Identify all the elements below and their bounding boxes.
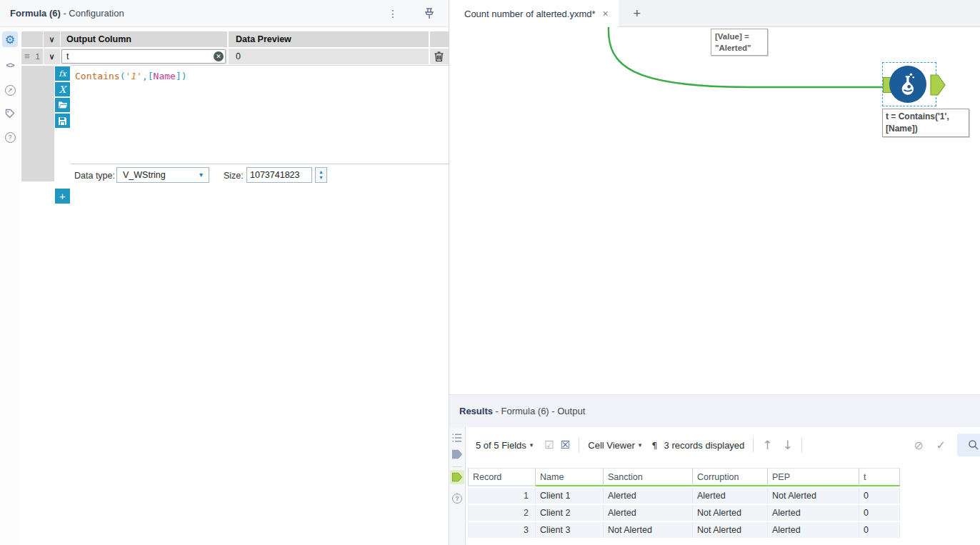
- row-expand-chevron[interactable]: ∨: [44, 49, 60, 64]
- functions-button[interactable]: fx: [55, 66, 70, 81]
- results-table: Record Name Sanction Corruption PEP t 1 …: [468, 468, 900, 538]
- cell-viewer-dropdown[interactable]: Cell Viewer ▾: [588, 440, 641, 451]
- down-arrow-icon[interactable]: ↓: [783, 438, 793, 452]
- apply-check-icon[interactable]: ✓: [936, 439, 946, 452]
- cell-name[interactable]: Client 3: [536, 522, 604, 538]
- select-all-checkbox-icon[interactable]: ☑: [544, 439, 554, 451]
- search-button[interactable]: [957, 434, 980, 456]
- table-row[interactable]: 2 Client 2 Alerted Not Alerted Alerted 0: [468, 504, 900, 521]
- variables-icon: X: [59, 84, 66, 95]
- column-header[interactable]: Name: [536, 468, 604, 486]
- token-string: '1': [125, 71, 141, 81]
- help-icon: ?: [452, 494, 462, 504]
- cell-record[interactable]: 2: [468, 505, 536, 521]
- rail-help-tab[interactable]: ?: [2, 129, 18, 145]
- save-expression-button[interactable]: [55, 114, 70, 128]
- results-help-button[interactable]: ?: [450, 491, 464, 506]
- new-tab-button[interactable]: +: [619, 0, 656, 27]
- panel-title-suffix: - Configuration: [61, 8, 124, 19]
- table-row[interactable]: 3 Client 3 Not Alerted Not Alerted Alert…: [468, 521, 900, 538]
- kebab-menu-icon[interactable]: ⋮: [386, 0, 400, 27]
- filter-annotation-box[interactable]: [Value] = "Alerted": [711, 29, 768, 56]
- input-connection-button[interactable]: [450, 447, 464, 461]
- size-input[interactable]: [246, 167, 312, 183]
- cell-corruption[interactable]: Not Alerted: [693, 505, 768, 521]
- deselect-all-checkbox-icon[interactable]: ☒: [561, 439, 570, 451]
- list-icon: [451, 433, 463, 443]
- cell-sanction[interactable]: Alerted: [604, 488, 693, 504]
- rail-open-example-tab[interactable]: ↗: [2, 82, 18, 98]
- column-header[interactable]: Record: [468, 468, 536, 486]
- search-icon: [968, 439, 979, 451]
- column-header[interactable]: Corruption: [693, 468, 768, 486]
- cell-corruption[interactable]: Alerted: [693, 488, 768, 504]
- toolbar-separator: [801, 438, 802, 452]
- variables-button[interactable]: X: [55, 82, 70, 96]
- output-connection-button-active[interactable]: [450, 470, 464, 484]
- pin-icon[interactable]: [421, 6, 437, 21]
- toolbar-separator: [753, 438, 754, 452]
- formula-configuration-panel: Formula (6) - Configuration ⋮ ⚙ <> ↗ ? ∨…: [0, 0, 449, 545]
- chevron-down-icon: ▾: [530, 441, 534, 449]
- close-icon[interactable]: ×: [603, 8, 609, 19]
- clear-icon[interactable]: ✕: [214, 51, 224, 61]
- token-bracket: [: [148, 71, 154, 81]
- size-stepper[interactable]: ▲ ▼: [315, 167, 327, 183]
- output-anchor[interactable]: [930, 74, 947, 96]
- strip-separator: [452, 466, 462, 467]
- data-type-label: Data type:: [74, 171, 115, 181]
- spin-down-icon[interactable]: ▼: [319, 175, 324, 181]
- trash-icon[interactable]: [434, 51, 444, 62]
- formula-tool[interactable]: [889, 66, 926, 103]
- data-preview-header: Data Preview: [229, 31, 429, 47]
- cell-record[interactable]: 3: [468, 522, 536, 538]
- delete-row-cell[interactable]: [430, 49, 449, 64]
- size-label: Size:: [224, 171, 244, 181]
- cell-t[interactable]: 0: [859, 522, 900, 538]
- cell-name[interactable]: Client 1: [536, 488, 604, 504]
- cell-t[interactable]: 0: [859, 505, 900, 521]
- annotation-line: t = Contains('1',: [886, 111, 966, 123]
- token-field: Name: [154, 71, 176, 81]
- grid-header-chevron[interactable]: ∨: [44, 31, 60, 47]
- formula-expression-editor[interactable]: Contains('1',[Name]): [71, 65, 449, 164]
- rail-code-tab[interactable]: <>: [2, 57, 18, 73]
- column-header[interactable]: t: [859, 468, 900, 486]
- whitespace-toggle-icon[interactable]: ¶: [651, 440, 657, 451]
- cell-corruption[interactable]: Not Alerted: [693, 522, 768, 538]
- cell-t[interactable]: 0: [859, 488, 900, 504]
- cell-pep[interactable]: Alerted: [768, 522, 859, 538]
- toolbar-separator: [579, 438, 579, 452]
- row-gutter[interactable]: ≡ 1: [21, 49, 43, 64]
- data-type-select[interactable]: V_WString ▾: [116, 167, 209, 183]
- results-connection-strip: ?: [449, 427, 465, 545]
- cell-record[interactable]: 1: [468, 488, 536, 504]
- tool-annotation-box[interactable]: t = Contains('1', [Name]): [882, 109, 969, 137]
- up-arrow-icon[interactable]: ↑: [762, 438, 772, 452]
- share-circle-icon: ↗: [5, 85, 16, 96]
- rail-settings-tab[interactable]: ⚙: [2, 31, 18, 47]
- metadata-view-button[interactable]: [450, 431, 464, 445]
- add-expression-button[interactable]: +: [55, 189, 70, 204]
- results-panel: Results - Formula (6) - Output ?: [449, 394, 980, 545]
- spin-up-icon[interactable]: ▲: [319, 169, 324, 175]
- open-expression-button[interactable]: [55, 98, 70, 112]
- output-column-input[interactable]: [61, 49, 226, 64]
- fields-dropdown[interactable]: 5 of 5 Fields ▾: [476, 440, 533, 451]
- drag-handle-icon[interactable]: ≡: [24, 49, 29, 64]
- cell-sanction[interactable]: Alerted: [604, 505, 693, 521]
- workflow-canvas[interactable]: [Value] = "Alerted" t = Contains('1', [N…: [450, 27, 980, 394]
- cell-sanction[interactable]: Not Alerted: [604, 522, 693, 538]
- tab-workflow[interactable]: Count number of alterted.yxmd* ×: [450, 0, 619, 27]
- results-title: Results - Formula (6) - Output: [459, 395, 585, 428]
- column-header[interactable]: PEP: [768, 468, 859, 486]
- cell-pep[interactable]: Alerted: [768, 505, 859, 521]
- table-row[interactable]: 1 Client 1 Alerted Alerted Not Alerted 0: [468, 486, 900, 504]
- column-header[interactable]: Sanction: [604, 468, 693, 486]
- cell-pep[interactable]: Not Alerted: [768, 488, 859, 504]
- records-displayed-text: 3 records displayed: [664, 440, 745, 451]
- block-icon[interactable]: ⊘: [914, 439, 923, 452]
- rail-annotation-tab[interactable]: [2, 106, 18, 121]
- cell-name[interactable]: Client 2: [536, 505, 604, 521]
- data-type-value: V_WString: [123, 170, 166, 180]
